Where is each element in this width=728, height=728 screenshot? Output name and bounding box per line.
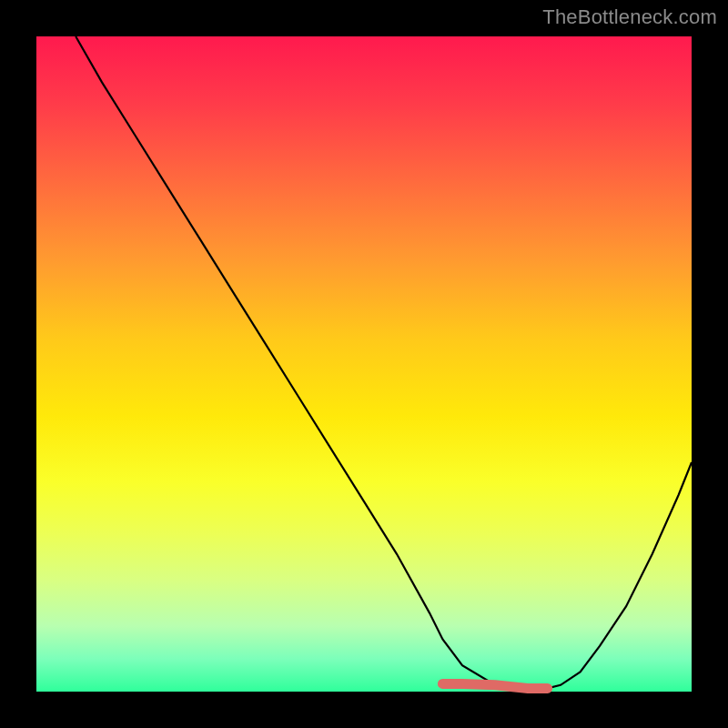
chart-stage: TheBottleneck.com: [0, 0, 728, 728]
bottleneck-curve: [76, 36, 692, 688]
chart-svg: [36, 36, 692, 692]
minimum-marker: [442, 683, 547, 688]
watermark-text: TheBottleneck.com: [542, 5, 717, 29]
plot-area: [36, 36, 692, 692]
